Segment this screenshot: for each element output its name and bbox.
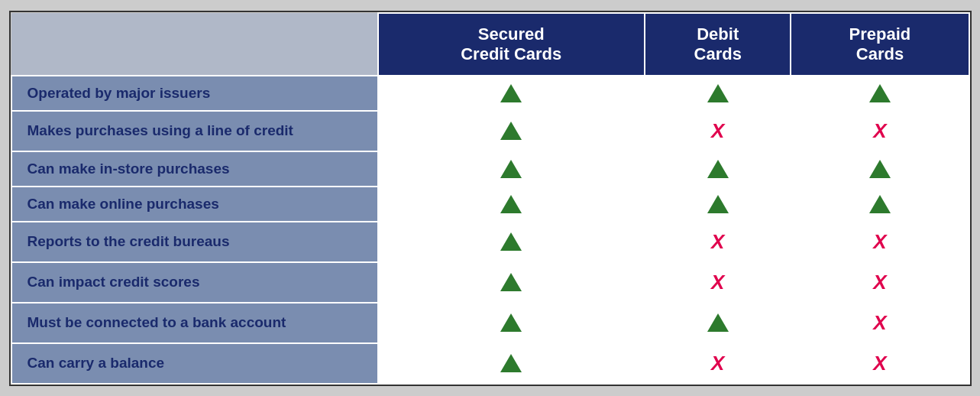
row-label: Must be connected to a bank account (11, 303, 378, 343)
cell-prepaid-6: X (791, 303, 969, 343)
row-label: Makes purchases using a line of credit (11, 111, 378, 151)
cell-debit-7: X (645, 343, 791, 384)
row-label: Reports to the credit bureaus (11, 222, 378, 262)
cell-secured-3 (378, 187, 645, 222)
comparison-table: Secured Credit Cards Debit Cards Prepaid… (9, 11, 972, 386)
header-debit-cards: Debit Cards (645, 13, 791, 76)
cell-secured-5 (378, 262, 645, 303)
cell-prepaid-5: X (791, 262, 969, 303)
header-secured-credit-cards: Secured Credit Cards (378, 13, 645, 76)
row-label: Can carry a balance (11, 343, 378, 384)
cell-debit-0 (645, 76, 791, 111)
cell-debit-1: X (645, 111, 791, 151)
cell-secured-4 (378, 222, 645, 262)
cell-prepaid-4: X (791, 222, 969, 262)
cell-prepaid-3 (791, 187, 969, 222)
cell-debit-5: X (645, 262, 791, 303)
cell-secured-2 (378, 151, 645, 187)
cell-secured-0 (378, 76, 645, 111)
cell-debit-2 (645, 151, 791, 187)
cell-prepaid-2 (791, 151, 969, 187)
cell-debit-4: X (645, 222, 791, 262)
cell-debit-3 (645, 187, 791, 222)
header-empty (11, 13, 378, 76)
cell-debit-6 (645, 303, 791, 343)
header-prepaid-cards: Prepaid Cards (791, 13, 969, 76)
cell-secured-6 (378, 303, 645, 343)
cell-prepaid-0 (791, 76, 969, 111)
cell-prepaid-1: X (791, 111, 969, 151)
row-label: Can impact credit scores (11, 262, 378, 303)
row-label: Can make online purchases (11, 187, 378, 222)
cell-secured-7 (378, 343, 645, 384)
cell-secured-1 (378, 111, 645, 151)
row-label: Can make in-store purchases (11, 151, 378, 187)
cell-prepaid-7: X (791, 343, 969, 384)
row-label: Operated by major issuers (11, 76, 378, 111)
